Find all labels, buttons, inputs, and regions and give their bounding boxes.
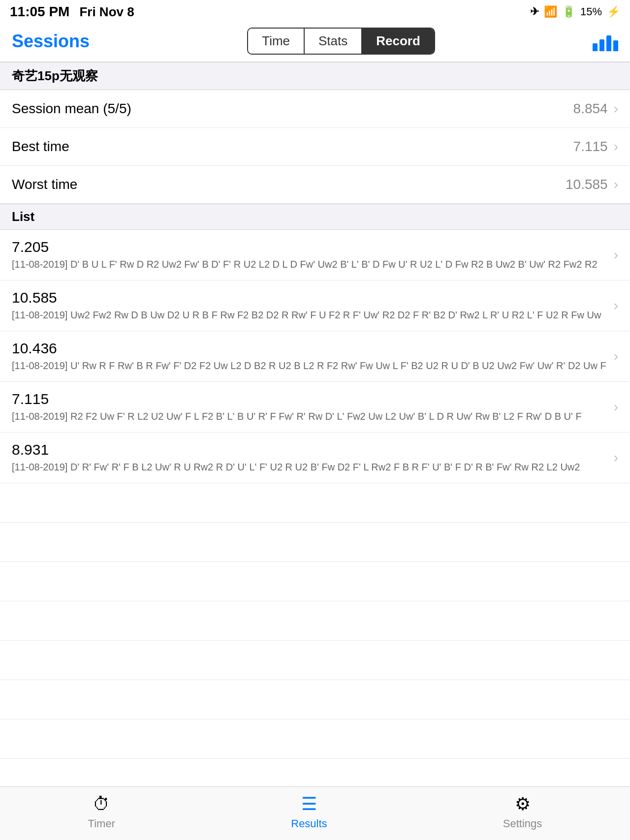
tab-bar: ⏱ Timer ☰ Results ⚙ Settings (0, 786, 630, 840)
solve-row-3[interactable]: 7.115 [11-08-2019] R2 F2 Uw F' R L2 U2 U… (0, 382, 630, 433)
solve-scramble-4: [11-08-2019] D' R' Fw' R' F B L2 Uw' R U… (12, 460, 608, 474)
timer-icon: ⏱ (93, 794, 110, 814)
worst-time-value: 10.585 (566, 177, 608, 192)
best-time-value: 7.115 (573, 139, 608, 155)
list-header: List (0, 204, 630, 230)
battery-percentage: 15% (580, 5, 602, 18)
empty-row-3 (0, 601, 630, 641)
solve-scramble-0: [11-08-2019] D' B U L F' Rw D R2 Uw2 Fw'… (12, 257, 608, 271)
header: Sessions Time Stats Record (0, 23, 630, 62)
solve-time-2: 10.436 (12, 340, 608, 357)
solve-chevron-0[interactable]: › (614, 247, 618, 263)
solve-list: 7.205 [11-08-2019] D' B U L F' Rw D R2 U… (0, 230, 630, 483)
chart-icon[interactable] (593, 31, 618, 51)
solve-chevron-4[interactable]: › (614, 450, 618, 466)
tab-timer-label: Timer (88, 817, 115, 830)
best-time-chevron[interactable]: › (614, 139, 618, 155)
segment-control: Time Stats Record (247, 28, 435, 55)
battery-icon: 🔋 (562, 5, 575, 18)
solve-time-3: 7.115 (12, 391, 608, 407)
solve-row-4[interactable]: 8.931 [11-08-2019] D' R' Fw' R' F B L2 U… (0, 433, 630, 483)
tab-record[interactable]: Record (362, 29, 434, 54)
tab-results-label: Results (291, 817, 327, 830)
sessions-title[interactable]: Sessions (12, 31, 90, 52)
solve-chevron-2[interactable]: › (614, 348, 618, 364)
empty-row-5 (0, 680, 630, 719)
status-date: Fri Nov 8 (79, 4, 134, 20)
best-time-label: Best time (12, 139, 69, 155)
solve-chevron-1[interactable]: › (614, 298, 618, 313)
solve-time-1: 10.585 (12, 289, 608, 306)
best-time-row: Best time 7.115 › (0, 128, 630, 166)
worst-time-chevron[interactable]: › (614, 177, 618, 192)
empty-row-2 (0, 562, 630, 601)
charging-icon: ⚡ (607, 5, 620, 18)
session-name-header: 奇艺15p无观察 (0, 62, 630, 90)
tab-stats[interactable]: Stats (305, 29, 362, 54)
solve-row-0[interactable]: 7.205 [11-08-2019] D' B U L F' Rw D R2 U… (0, 230, 630, 280)
results-icon: ☰ (301, 794, 317, 814)
status-bar: 11:05 PM Fri Nov 8 ✈ 📶 🔋 15% ⚡ (0, 0, 630, 23)
status-icons: ✈ 📶 🔋 15% ⚡ (530, 5, 620, 18)
session-mean-label: Session mean (5/5) (12, 101, 131, 117)
session-mean-row: Session mean (5/5) 8.854 › (0, 90, 630, 128)
status-time: 11:05 PM (10, 4, 69, 20)
empty-rows (0, 483, 630, 798)
airplane-icon: ✈ (530, 5, 539, 18)
solve-row-1[interactable]: 10.585 [11-08-2019] Uw2 Fw2 Rw D B Uw D2… (0, 280, 630, 331)
solve-time-0: 7.205 (12, 239, 608, 255)
tab-results[interactable]: ☰ Results (291, 794, 327, 830)
empty-row-0 (0, 483, 630, 523)
solve-content-4: 8.931 [11-08-2019] D' R' Fw' R' F B L2 U… (12, 441, 614, 474)
empty-row-6 (0, 719, 630, 759)
solve-content-1: 10.585 [11-08-2019] Uw2 Fw2 Rw D B Uw D2… (12, 289, 614, 322)
solve-content-0: 7.205 [11-08-2019] D' B U L F' Rw D R2 U… (12, 239, 614, 271)
tab-settings-label: Settings (503, 817, 542, 830)
solve-row-2[interactable]: 10.436 [11-08-2019] U' Rw R F Rw' B R Fw… (0, 331, 630, 382)
tab-timer[interactable]: ⏱ Timer (88, 794, 115, 830)
settings-icon: ⚙ (515, 794, 531, 814)
worst-time-row: Worst time 10.585 › (0, 166, 630, 204)
session-mean-chevron[interactable]: › (614, 101, 618, 117)
solve-content-3: 7.115 [11-08-2019] R2 F2 Uw F' R L2 U2 U… (12, 391, 614, 423)
solve-content-2: 10.436 [11-08-2019] U' Rw R F Rw' B R Fw… (12, 340, 614, 373)
empty-row-4 (0, 641, 630, 680)
wifi-icon: 📶 (544, 5, 557, 18)
solve-chevron-3[interactable]: › (614, 399, 618, 415)
solve-scramble-3: [11-08-2019] R2 F2 Uw F' R L2 U2 Uw' F L… (12, 409, 608, 423)
tab-settings[interactable]: ⚙ Settings (503, 794, 542, 830)
solve-scramble-2: [11-08-2019] U' Rw R F Rw' B R Fw' F' D2… (12, 359, 608, 373)
solve-scramble-1: [11-08-2019] Uw2 Fw2 Rw D B Uw D2 U R B … (12, 308, 608, 322)
tab-time[interactable]: Time (248, 29, 305, 54)
empty-row-1 (0, 523, 630, 562)
worst-time-label: Worst time (12, 177, 77, 192)
solve-time-4: 8.931 (12, 441, 608, 458)
session-mean-value: 8.854 (573, 101, 608, 117)
